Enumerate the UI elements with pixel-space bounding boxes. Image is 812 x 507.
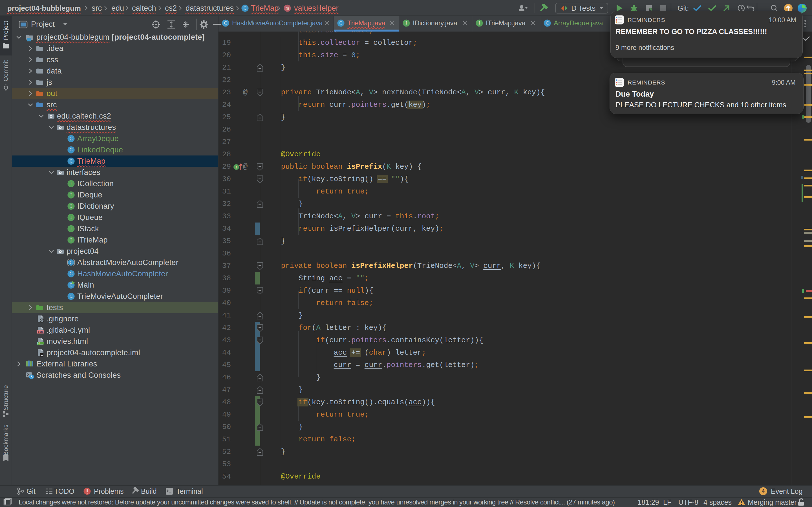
svg-text:H: H [38,342,40,345]
svg-text:I: I [70,203,72,209]
svg-text:I: I [405,20,407,25]
svg-text:4: 4 [762,489,765,494]
svg-text:C: C [243,5,246,11]
svg-text:I: I [70,215,72,220]
svg-text:I: I [478,20,480,25]
svg-text:C: C [70,260,72,265]
svg-text:I: I [70,181,72,186]
svg-text:C: C [224,20,227,25]
svg-text:C: C [339,20,342,25]
svg-text:C: C [69,271,72,276]
svg-text:C: C [69,136,72,141]
svg-text:I: I [70,237,72,242]
svg-text:C: C [546,20,549,25]
svg-text:C: C [69,293,72,299]
svg-text:m: m [286,6,289,10]
svg-text:I: I [236,165,237,169]
svg-text:C: C [69,147,72,152]
svg-text:C: C [69,158,72,164]
svg-text:I: I [70,226,72,231]
svg-text:I: I [70,192,72,198]
svg-text:YML: YML [38,330,43,334]
